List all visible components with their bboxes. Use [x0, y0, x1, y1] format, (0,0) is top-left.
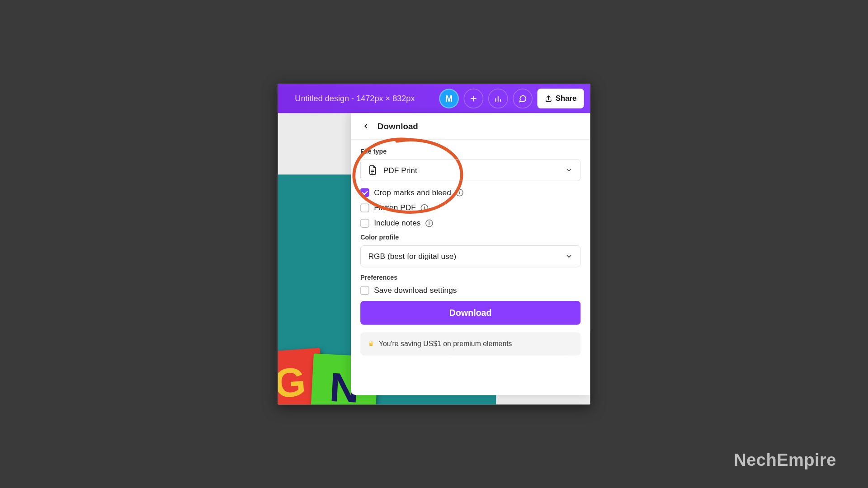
info-icon[interactable]: i	[425, 219, 433, 227]
flatten-pdf-checkbox[interactable]	[360, 203, 369, 212]
add-collaborator-button[interactable]	[463, 89, 483, 108]
save-settings-checkbox[interactable]	[360, 286, 369, 295]
save-settings-label: Save download settings	[374, 286, 457, 295]
share-button[interactable]: Share	[537, 89, 584, 108]
user-avatar[interactable]: M	[439, 89, 459, 108]
color-profile-select[interactable]: RGB (best for digital use)	[360, 245, 580, 267]
savings-banner: ♛ You're saving US$1 on premium elements	[360, 332, 580, 355]
crop-marks-checkbox[interactable]	[360, 188, 369, 197]
save-settings-option[interactable]: Save download settings	[360, 286, 580, 295]
download-button[interactable]: Download	[360, 301, 580, 325]
flatten-pdf-option[interactable]: Flatten PDF i	[360, 203, 580, 212]
upload-icon	[545, 94, 552, 102]
back-button[interactable]	[360, 121, 371, 131]
crown-icon: ♛	[368, 339, 374, 347]
preferences-label: Preferences	[360, 274, 580, 282]
chevron-left-icon	[363, 122, 369, 129]
panel-title: Download	[377, 121, 418, 131]
include-notes-option[interactable]: Include notes i	[360, 218, 580, 227]
info-icon[interactable]: i	[456, 188, 463, 196]
color-profile-value: RGB (best for digital use)	[368, 252, 456, 261]
document-icon	[368, 165, 377, 175]
panel-header: Download	[351, 113, 590, 139]
crop-marks-option[interactable]: Crop marks and bleed i	[360, 188, 580, 197]
file-type-select[interactable]: PDF Print	[360, 159, 580, 181]
savings-text: You're saving US$1 on premium elements	[379, 339, 512, 347]
comment-icon	[518, 94, 527, 103]
share-button-label: Share	[556, 94, 576, 103]
download-panel: Download File type PDF Print Crop	[351, 113, 590, 395]
info-icon[interactable]: i	[420, 204, 428, 211]
crop-marks-label: Crop marks and bleed	[374, 188, 451, 197]
flatten-pdf-label: Flatten PDF	[374, 203, 416, 212]
editor-topbar: Untitled design - 1472px × 832px M Share	[278, 84, 590, 113]
analytics-button[interactable]	[488, 89, 508, 108]
chevron-down-icon	[565, 166, 573, 174]
watermark: NechEmpire	[734, 450, 836, 470]
comments-button[interactable]	[513, 89, 533, 108]
bar-chart-icon	[494, 94, 502, 103]
file-type-label: File type	[360, 147, 580, 155]
file-type-value: PDF Print	[383, 165, 417, 174]
include-notes-label: Include notes	[374, 218, 420, 227]
plus-icon	[470, 94, 477, 102]
include-notes-checkbox[interactable]	[360, 218, 369, 227]
app-window: Untitled design - 1472px × 832px M Share…	[278, 84, 590, 404]
color-profile-label: Color profile	[360, 234, 580, 241]
document-title[interactable]: Untitled design - 1472px × 832px	[295, 94, 415, 103]
chevron-down-icon	[565, 252, 573, 260]
